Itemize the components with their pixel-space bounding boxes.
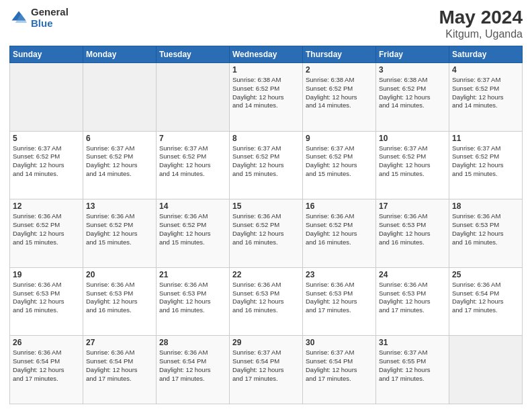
day-number: 26	[13, 338, 80, 347]
calendar-header-row: SundayMondayTuesdayWednesdayThursdayFrid…	[10, 46, 523, 63]
calendar-cell	[157, 63, 230, 132]
day-number: 28	[159, 338, 226, 347]
day-number: 3	[379, 65, 446, 75]
calendar-cell: 14Sunrise: 6:36 AM Sunset: 6:52 PM Dayli…	[157, 199, 230, 268]
col-header-friday: Friday	[376, 46, 449, 63]
title-block: May 2024 Kitgum, Uganda	[439, 7, 523, 40]
day-number: 10	[379, 134, 446, 143]
calendar-week-row: 1Sunrise: 6:38 AM Sunset: 6:52 PM Daylig…	[10, 63, 523, 132]
calendar-cell: 4Sunrise: 6:37 AM Sunset: 6:52 PM Daylig…	[449, 63, 523, 132]
day-number: 19	[13, 270, 80, 279]
day-number: 8	[232, 134, 300, 143]
logo-blue: Blue	[31, 18, 69, 30]
calendar-cell: 19Sunrise: 6:36 AM Sunset: 6:53 PM Dayli…	[10, 267, 83, 336]
calendar-cell: 16Sunrise: 6:36 AM Sunset: 6:52 PM Dayli…	[303, 199, 376, 268]
calendar-cell: 7Sunrise: 6:37 AM Sunset: 6:52 PM Daylig…	[157, 131, 230, 199]
calendar-cell: 26Sunrise: 6:36 AM Sunset: 6:54 PM Dayli…	[10, 336, 83, 404]
day-info: Sunrise: 6:37 AM Sunset: 6:52 PM Dayligh…	[13, 144, 80, 179]
logo-text: General Blue	[31, 7, 69, 29]
calendar-cell: 9Sunrise: 6:37 AM Sunset: 6:52 PM Daylig…	[303, 131, 376, 199]
day-number: 29	[232, 338, 300, 347]
calendar-cell: 18Sunrise: 6:36 AM Sunset: 6:53 PM Dayli…	[449, 199, 523, 268]
calendar-week-row: 19Sunrise: 6:36 AM Sunset: 6:53 PM Dayli…	[10, 267, 523, 336]
calendar-cell: 25Sunrise: 6:36 AM Sunset: 6:54 PM Dayli…	[449, 267, 523, 336]
calendar-cell: 11Sunrise: 6:37 AM Sunset: 6:52 PM Dayli…	[449, 131, 523, 199]
day-info: Sunrise: 6:36 AM Sunset: 6:53 PM Dayligh…	[86, 281, 153, 315]
calendar-table: SundayMondayTuesdayWednesdayThursdayFrid…	[9, 46, 523, 404]
day-info: Sunrise: 6:36 AM Sunset: 6:53 PM Dayligh…	[306, 281, 373, 315]
header: General Blue May 2024 Kitgum, Uganda	[9, 7, 523, 40]
calendar-cell	[449, 336, 523, 404]
calendar-cell: 22Sunrise: 6:36 AM Sunset: 6:53 PM Dayli…	[230, 267, 303, 336]
day-number: 30	[306, 338, 373, 347]
day-info: Sunrise: 6:36 AM Sunset: 6:54 PM Dayligh…	[86, 349, 153, 383]
day-info: Sunrise: 6:37 AM Sunset: 6:52 PM Dayligh…	[452, 76, 519, 110]
day-info: Sunrise: 6:36 AM Sunset: 6:53 PM Dayligh…	[232, 281, 300, 315]
calendar-cell: 12Sunrise: 6:36 AM Sunset: 6:52 PM Dayli…	[10, 199, 83, 268]
day-info: Sunrise: 6:36 AM Sunset: 6:52 PM Dayligh…	[86, 212, 153, 246]
day-info: Sunrise: 6:37 AM Sunset: 6:52 PM Dayligh…	[306, 144, 373, 179]
calendar-cell: 31Sunrise: 6:37 AM Sunset: 6:55 PM Dayli…	[376, 336, 449, 404]
calendar-cell: 3Sunrise: 6:38 AM Sunset: 6:52 PM Daylig…	[376, 63, 449, 132]
day-info: Sunrise: 6:37 AM Sunset: 6:54 PM Dayligh…	[306, 349, 373, 383]
day-number: 7	[159, 134, 226, 143]
day-number: 22	[232, 270, 300, 279]
day-info: Sunrise: 6:36 AM Sunset: 6:53 PM Dayligh…	[452, 212, 519, 246]
day-number: 14	[159, 201, 226, 211]
col-header-tuesday: Tuesday	[157, 46, 230, 63]
day-number: 25	[452, 270, 519, 279]
day-info: Sunrise: 6:36 AM Sunset: 6:52 PM Dayligh…	[13, 212, 80, 246]
day-info: Sunrise: 6:37 AM Sunset: 6:55 PM Dayligh…	[379, 349, 446, 383]
col-header-thursday: Thursday	[303, 46, 376, 63]
calendar-cell: 27Sunrise: 6:36 AM Sunset: 6:54 PM Dayli…	[83, 336, 157, 404]
logo-general: General	[31, 7, 69, 18]
day-info: Sunrise: 6:38 AM Sunset: 6:52 PM Dayligh…	[379, 76, 446, 110]
day-number: 18	[452, 201, 519, 211]
day-info: Sunrise: 6:36 AM Sunset: 6:52 PM Dayligh…	[159, 212, 226, 246]
day-info: Sunrise: 6:36 AM Sunset: 6:53 PM Dayligh…	[379, 212, 446, 246]
col-header-saturday: Saturday	[449, 46, 523, 63]
day-number: 17	[379, 201, 446, 211]
day-number: 13	[86, 201, 153, 211]
calendar-cell: 17Sunrise: 6:36 AM Sunset: 6:53 PM Dayli…	[376, 199, 449, 268]
calendar-week-row: 12Sunrise: 6:36 AM Sunset: 6:52 PM Dayli…	[10, 199, 523, 268]
day-info: Sunrise: 6:37 AM Sunset: 6:52 PM Dayligh…	[452, 144, 519, 179]
day-number: 4	[452, 65, 519, 75]
calendar-cell: 20Sunrise: 6:36 AM Sunset: 6:53 PM Dayli…	[83, 267, 157, 336]
day-number: 2	[306, 65, 373, 75]
calendar-cell: 10Sunrise: 6:37 AM Sunset: 6:52 PM Dayli…	[376, 131, 449, 199]
location: Kitgum, Uganda	[439, 28, 523, 40]
month-year: May 2024	[439, 7, 523, 28]
day-number: 31	[379, 338, 446, 347]
day-info: Sunrise: 6:37 AM Sunset: 6:52 PM Dayligh…	[379, 144, 446, 179]
day-info: Sunrise: 6:37 AM Sunset: 6:54 PM Dayligh…	[232, 349, 300, 383]
col-header-sunday: Sunday	[10, 46, 83, 63]
calendar-cell	[83, 63, 157, 132]
calendar-cell	[10, 63, 83, 132]
calendar-cell: 29Sunrise: 6:37 AM Sunset: 6:54 PM Dayli…	[230, 336, 303, 404]
calendar-cell: 23Sunrise: 6:36 AM Sunset: 6:53 PM Dayli…	[303, 267, 376, 336]
day-number: 6	[86, 134, 153, 143]
day-info: Sunrise: 6:36 AM Sunset: 6:54 PM Dayligh…	[13, 349, 80, 383]
col-header-monday: Monday	[83, 46, 157, 63]
day-info: Sunrise: 6:37 AM Sunset: 6:52 PM Dayligh…	[232, 144, 300, 179]
day-info: Sunrise: 6:38 AM Sunset: 6:52 PM Dayligh…	[306, 76, 373, 110]
day-info: Sunrise: 6:36 AM Sunset: 6:53 PM Dayligh…	[13, 281, 80, 315]
day-number: 12	[13, 201, 80, 211]
day-info: Sunrise: 6:36 AM Sunset: 6:53 PM Dayligh…	[159, 281, 226, 315]
col-header-wednesday: Wednesday	[230, 46, 303, 63]
day-number: 16	[306, 201, 373, 211]
calendar-week-row: 5Sunrise: 6:37 AM Sunset: 6:52 PM Daylig…	[10, 131, 523, 199]
page: General Blue May 2024 Kitgum, Uganda Sun…	[0, 0, 532, 411]
day-number: 9	[306, 134, 373, 143]
day-info: Sunrise: 6:36 AM Sunset: 6:52 PM Dayligh…	[306, 212, 373, 246]
calendar-cell: 5Sunrise: 6:37 AM Sunset: 6:52 PM Daylig…	[10, 131, 83, 199]
day-info: Sunrise: 6:36 AM Sunset: 6:53 PM Dayligh…	[379, 281, 446, 315]
day-number: 1	[232, 65, 300, 75]
day-info: Sunrise: 6:37 AM Sunset: 6:52 PM Dayligh…	[86, 144, 153, 179]
calendar-week-row: 26Sunrise: 6:36 AM Sunset: 6:54 PM Dayli…	[10, 336, 523, 404]
calendar-cell: 21Sunrise: 6:36 AM Sunset: 6:53 PM Dayli…	[157, 267, 230, 336]
day-number: 24	[379, 270, 446, 279]
calendar-cell: 2Sunrise: 6:38 AM Sunset: 6:52 PM Daylig…	[303, 63, 376, 132]
day-number: 21	[159, 270, 226, 279]
